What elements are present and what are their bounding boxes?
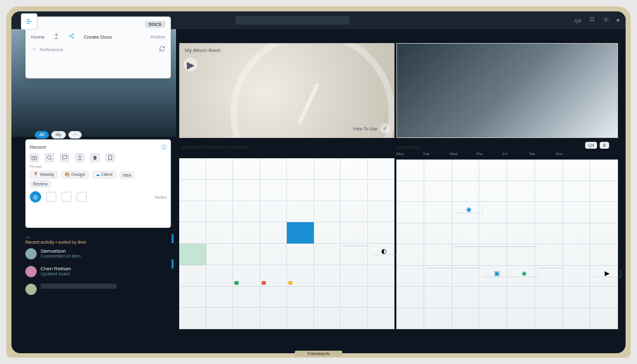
tile-overlay-title: My Album Band <box>185 47 220 53</box>
side-small-label: Pinned <box>30 165 167 168</box>
search-icon[interactable] <box>45 153 54 162</box>
upload-icon[interactable] <box>53 33 60 41</box>
pill-more-icon[interactable]: ⋯ <box>68 131 82 139</box>
svg-point-6 <box>47 156 51 160</box>
chevron-down-icon[interactable] <box>31 46 37 53</box>
chip-b[interactable]: B <box>600 142 609 149</box>
list-icon[interactable] <box>61 192 72 202</box>
chip-q4[interactable]: Q4 <box>585 142 597 149</box>
floating-panel: DOCS Home Create Docs Refine Reference <box>25 16 171 78</box>
avatar <box>25 248 37 260</box>
thumb <box>509 246 536 247</box>
tab-refine[interactable]: Refine <box>151 34 165 40</box>
feed-item-name: Samuelson <box>41 248 80 254</box>
camera-icon[interactable] <box>30 153 39 162</box>
search-input[interactable] <box>236 16 350 25</box>
thumb <box>454 268 481 268</box>
thumb <box>454 246 481 247</box>
bag-icon[interactable] <box>91 153 99 162</box>
chat-icon[interactable] <box>60 153 69 162</box>
hero-tile-clock[interactable]: My Album Band ▶ View To Use ⤢ <box>179 43 394 138</box>
share-icon[interactable] <box>68 33 75 41</box>
chip-design[interactable]: 🎨Design <box>61 171 89 179</box>
svg-point-0 <box>605 19 607 21</box>
screen: Q4 DOCS Home Create Docs Re <box>11 11 626 353</box>
tile-corner-label: View To Use <box>353 127 377 131</box>
chip-weekly[interactable]: 📍Weekly <box>30 171 58 179</box>
feed-item-name: Chen Reilsen <box>41 266 71 272</box>
refresh-icon[interactable] <box>159 46 165 53</box>
feed-item[interactable] <box>25 284 171 295</box>
pill-all[interactable]: All <box>35 131 49 139</box>
tag-yellow[interactable] <box>288 281 293 285</box>
docs-badge[interactable]: DOCS <box>145 21 165 28</box>
pill-my[interactable]: My <box>51 131 66 139</box>
chip-review[interactable]: Review <box>30 180 51 187</box>
thumb <box>481 246 508 247</box>
svg-point-3 <box>73 37 74 39</box>
section-title-calendar: Scheduled calendar selection <box>181 144 248 150</box>
bell-icon[interactable] <box>589 16 595 24</box>
topbar-item[interactable]: Q4 <box>574 18 581 23</box>
chip-idea[interactable]: Idea <box>120 172 135 179</box>
cell-icon: ▶ <box>594 270 621 277</box>
cell-icon: ◐ <box>372 248 398 255</box>
svg-rect-4 <box>32 156 37 160</box>
avatar <box>25 284 37 295</box>
activity-feed: ⎯⎯ Recent activity • sorted by time Samu… <box>25 233 171 301</box>
chip-client[interactable]: ☁Client <box>92 171 116 179</box>
calendar-grid-b[interactable]: ◉ ▣◆▶ <box>396 160 618 329</box>
add-button[interactable]: ◎ <box>30 191 41 203</box>
feed-item-sub: Commented on item <box>41 254 80 258</box>
bookmark-icon[interactable] <box>106 153 115 162</box>
grid-icon[interactable] <box>46 192 56 202</box>
gear-icon[interactable] <box>603 16 609 24</box>
card-icon[interactable] <box>77 192 87 202</box>
section-title-board: Snapshots <box>396 144 420 150</box>
thumb <box>426 268 453 268</box>
tag-red[interactable] <box>262 281 266 285</box>
side-foot: Notes <box>155 195 167 199</box>
cell-icon: ◆ <box>511 270 538 277</box>
feed-heading: ⎯⎯ <box>25 233 171 237</box>
avatar <box>25 266 37 277</box>
calendar-cell-selected[interactable] <box>287 222 314 244</box>
side-title: Recent <box>30 144 46 150</box>
tab-create[interactable]: Create Docs <box>84 34 111 40</box>
panel-handle-icon[interactable] <box>21 13 37 30</box>
panel-sub: Reference <box>40 47 63 53</box>
feed-meta: Recent activity • sorted by time <box>25 240 171 244</box>
menu-dot-icon[interactable] <box>617 19 619 22</box>
laptop-frame: Q4 DOCS Home Create Docs Re <box>6 6 631 358</box>
svg-point-5 <box>34 157 35 159</box>
svg-point-7 <box>79 156 80 158</box>
svg-point-1 <box>70 35 71 37</box>
feed-item[interactable]: Samuelson Commented on item <box>25 248 171 260</box>
play-icon[interactable]: ▶ <box>184 58 198 72</box>
indicator <box>172 234 173 243</box>
laptop-brand: Framework <box>294 351 342 356</box>
feed-item-placeholder <box>41 284 117 289</box>
board-filter-chips: Q4 B <box>585 142 609 149</box>
avatar <box>343 246 369 246</box>
cell-icon: ▣ <box>483 270 510 277</box>
expand-icon[interactable]: ⤢ <box>380 123 390 134</box>
svg-point-2 <box>73 34 74 35</box>
board-weekday-header: Mon Tue Wed Thu Fri Sat Sun <box>396 152 571 156</box>
tab-home[interactable]: Home <box>31 34 44 40</box>
hero-tile-laptop[interactable] <box>396 43 618 138</box>
tag-green[interactable] <box>234 281 239 285</box>
feed-item[interactable]: Chen Reilsen Updated board <box>25 266 171 277</box>
info-icon[interactable]: ⓘ <box>161 144 167 151</box>
cell-icon: ◉ <box>456 206 483 213</box>
user-icon[interactable] <box>75 153 84 162</box>
calendar-cell[interactable] <box>179 244 206 265</box>
indicator <box>172 260 173 268</box>
feed-item-sub: Updated board <box>41 272 71 276</box>
thumb <box>537 268 564 268</box>
calendar-grid-a[interactable]: ◐ <box>179 158 394 329</box>
side-panel-recent: All My ⋯ Recent ⓘ Pinned 📍Weekly 🎨Design <box>25 139 171 228</box>
